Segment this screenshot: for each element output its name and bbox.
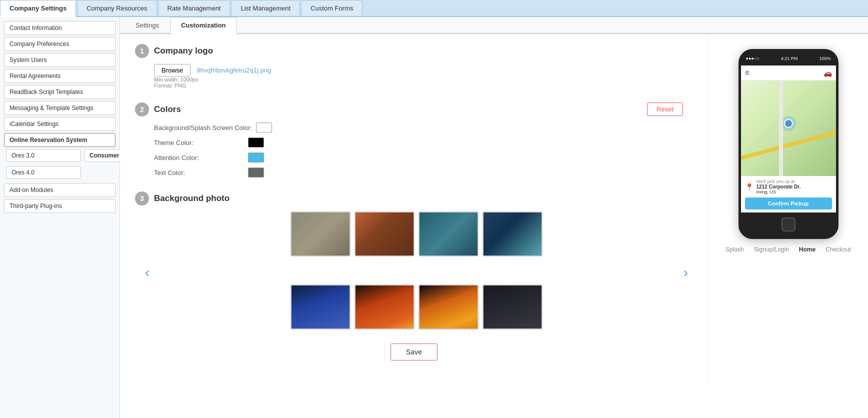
background-splash-label: Background/Splash Screen Color: <box>154 124 252 132</box>
phone-signal: ●●●○○ <box>746 56 760 61</box>
tab-company-resources[interactable]: Company Resources <box>77 0 156 16</box>
photo-thumb-road2[interactable] <box>354 284 414 330</box>
sidebar-subitem-ores4[interactable]: Ores 4.0 <box>6 166 81 179</box>
view-tab-splash[interactable]: Splash <box>726 246 744 253</box>
logo-row: Browse 9hvqfnbsvkgfetru2q1j.png <box>154 64 693 76</box>
photo-thumb-road4[interactable] <box>482 284 542 330</box>
sub-tabs: Settings Customization <box>120 17 868 34</box>
view-tab-signup-login[interactable]: Signup/Login <box>754 246 789 253</box>
prev-arrow[interactable]: ‹ <box>140 264 154 280</box>
phone-frame: ●●●○○ 4:21 PM 100% ☰ 🚗 <box>738 49 838 239</box>
sidebar-item-contact-information[interactable]: Contact Information <box>4 21 116 35</box>
colors-section: 2 Colors Reset Background/Splash Screen … <box>135 102 693 178</box>
phone-view-tabs: Splash Signup/Login Home Checkout <box>726 246 851 253</box>
phone-top-bar: ●●●○○ 4:21 PM 100% <box>741 52 836 66</box>
photo-thumb-city1[interactable] <box>290 212 350 256</box>
address-line1: We'll pick you up at <box>756 179 801 184</box>
sub-tab-settings[interactable]: Settings <box>125 17 170 33</box>
tab-list-management[interactable]: List Management <box>231 0 300 16</box>
map-dot <box>784 119 793 128</box>
phone-battery: 100% <box>819 56 830 61</box>
next-arrow[interactable]: › <box>678 264 693 280</box>
sidebar-item-rental-agreements[interactable]: Rental Agreements <box>4 69 116 83</box>
background-photo-section: 3 Background photo ‹ <box>135 192 693 330</box>
phone-bottom: 📍 We'll pick you up at 1212 Corporate Dr… <box>741 176 836 212</box>
colors-title: Colors <box>154 104 181 114</box>
sidebar-item-readback-script-templates[interactable]: ReadBack Script Templates <box>4 85 116 99</box>
tab-rate-management[interactable]: Rate Management <box>158 0 230 16</box>
company-logo-header: 1 Company logo <box>135 44 693 58</box>
photo-thumb-city4[interactable] <box>482 212 542 256</box>
address-line3: Irving, US <box>756 190 801 194</box>
text-label: Text Color: <box>154 169 244 176</box>
color-row-text: Text Color: <box>154 168 693 178</box>
save-button[interactable]: Save <box>390 344 438 360</box>
content-area: Settings Customization 1 Company logo Br… <box>120 17 868 418</box>
phone-screen: 📍 We'll pick you up at 1212 Corporate Dr… <box>741 80 836 212</box>
photo-row-1 <box>140 212 693 256</box>
phone-address: 📍 We'll pick you up at 1212 Corporate Dr… <box>745 179 832 194</box>
photo-thumb-road1[interactable] <box>290 284 350 330</box>
phone-address-text: We'll pick you up at 1212 Corporate Dr. … <box>756 179 801 194</box>
sidebar-item-icalendar-settings[interactable]: iCalendar Settings <box>4 117 116 131</box>
sidebar-item-system-users[interactable]: System Users <box>4 53 116 67</box>
phone-nav-bar: ☰ 🚗 <box>741 66 836 80</box>
phone-menu-icon[interactable]: ☰ <box>745 70 750 76</box>
background-splash-swatch[interactable] <box>256 122 272 132</box>
logo-filename: 9hvqfnbsvkgfetru2q1j.png <box>196 66 271 74</box>
tab-company-settings[interactable]: Company Settings <box>0 0 76 17</box>
phone-time: 4:21 PM <box>781 56 798 61</box>
phone-map <box>741 80 836 176</box>
color-row-theme: Theme Color: <box>154 138 693 148</box>
phone-home-bar <box>741 212 836 236</box>
theme-label: Theme Color: <box>154 139 244 146</box>
section-num-3: 3 <box>135 192 149 206</box>
photo-thumb-city3[interactable] <box>418 212 478 256</box>
logo-subtitle2: Format: PNG <box>154 82 693 88</box>
phone-home-button[interactable] <box>782 218 796 232</box>
photo-thumb-city2[interactable] <box>354 212 414 256</box>
color-row-background: Background/Splash Screen Color: <box>154 122 693 132</box>
phone-area: ●●●○○ 4:21 PM 100% ☰ 🚗 <box>708 34 868 380</box>
color-row-attention: Attention Color: <box>154 152 693 162</box>
content-main: 1 Company logo Browse 9hvqfnbsvkgfetru2q… <box>120 34 868 380</box>
sidebar-item-add-on-modules[interactable]: Add-on Modules <box>4 183 116 197</box>
section-num-1: 1 <box>135 44 149 58</box>
sub-tab-customization[interactable]: Customization <box>170 17 236 34</box>
photo-nav: ‹ › <box>140 260 693 284</box>
top-nav-tabs: Company Settings Company Resources Rate … <box>0 0 868 17</box>
sidebar-subitem-ores3[interactable]: Ores 3.0 <box>6 149 81 162</box>
address-line2: 1212 Corporate Dr. <box>756 184 801 190</box>
background-photo-header: 3 Background photo <box>135 192 693 206</box>
attention-label: Attention Color: <box>154 154 244 162</box>
sidebar-item-online-reservation-system[interactable]: Online Reservation System <box>4 133 116 147</box>
company-logo-section: 1 Company logo Browse 9hvqfnbsvkgfetru2q… <box>135 44 693 88</box>
photo-grid: ‹ › <box>140 212 693 330</box>
theme-swatch[interactable] <box>248 138 264 148</box>
reset-button[interactable]: Reset <box>647 102 683 116</box>
browse-button[interactable]: Browse <box>154 64 190 76</box>
company-logo-title: Company logo <box>154 46 213 56</box>
photo-thumb-road3[interactable] <box>418 284 478 330</box>
background-photo-title: Background photo <box>154 194 230 204</box>
sidebar-item-company-preferences[interactable]: Company Preferences <box>4 37 116 51</box>
sidebar: Contact Information Company Preferences … <box>0 17 120 418</box>
text-swatch[interactable] <box>248 168 264 178</box>
pin-icon: 📍 <box>745 183 754 191</box>
logo-subtitle1: Min width: 1000px <box>154 76 693 82</box>
phone-car-icon: 🚗 <box>824 69 832 77</box>
main-layout: Contact Information Company Preferences … <box>0 17 868 418</box>
attention-swatch[interactable] <box>248 152 264 162</box>
view-tab-home[interactable]: Home <box>799 246 816 253</box>
colors-header: 2 Colors <box>135 102 693 116</box>
content-body: 1 Company logo Browse 9hvqfnbsvkgfetru2q… <box>120 34 708 380</box>
sidebar-item-messaging-template-settings[interactable]: Messaging & Template Settings <box>4 101 116 115</box>
tab-custom-forms[interactable]: Custom Forms <box>301 0 362 16</box>
sidebar-item-third-party-plug-ins[interactable]: Third-party Plug-ins <box>4 199 116 213</box>
view-tab-checkout[interactable]: Checkout <box>826 246 851 253</box>
section-num-2: 2 <box>135 102 149 116</box>
phone-confirm-pickup-button[interactable]: Confirm Pickup <box>745 198 832 210</box>
photo-row-2 <box>140 284 693 330</box>
